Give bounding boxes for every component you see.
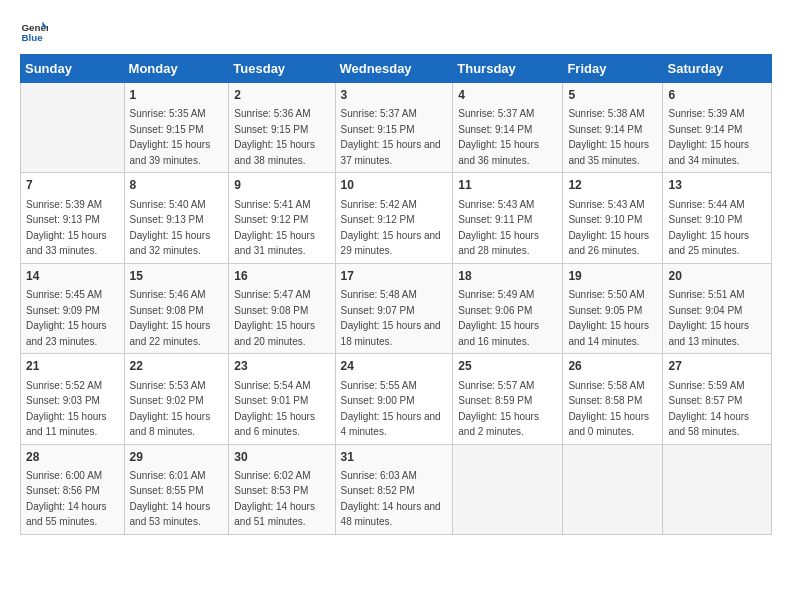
- calendar-cell: 17 Sunrise: 5:48 AM Sunset: 9:07 PM Dayl…: [335, 263, 453, 353]
- day-sunset: Sunset: 9:00 PM: [341, 395, 415, 406]
- day-sunset: Sunset: 9:03 PM: [26, 395, 100, 406]
- day-sunset: Sunset: 9:08 PM: [130, 305, 204, 316]
- day-sunrise: Sunrise: 5:40 AM: [130, 199, 206, 210]
- calendar-cell: 13 Sunrise: 5:44 AM Sunset: 9:10 PM Dayl…: [663, 173, 772, 263]
- day-daylight: Daylight: 15 hours and 38 minutes.: [234, 139, 315, 166]
- day-sunrise: Sunrise: 6:00 AM: [26, 470, 102, 481]
- day-sunset: Sunset: 8:55 PM: [130, 485, 204, 496]
- day-sunrise: Sunrise: 5:38 AM: [568, 108, 644, 119]
- day-daylight: Daylight: 15 hours and 39 minutes.: [130, 139, 211, 166]
- day-sunset: Sunset: 9:02 PM: [130, 395, 204, 406]
- day-sunrise: Sunrise: 5:59 AM: [668, 380, 744, 391]
- day-daylight: Daylight: 14 hours and 55 minutes.: [26, 501, 107, 528]
- day-number: 10: [341, 177, 448, 194]
- header-day-tuesday: Tuesday: [229, 55, 335, 83]
- calendar-cell: 6 Sunrise: 5:39 AM Sunset: 9:14 PM Dayli…: [663, 83, 772, 173]
- calendar-week-4: 21 Sunrise: 5:52 AM Sunset: 9:03 PM Dayl…: [21, 354, 772, 444]
- day-sunrise: Sunrise: 5:52 AM: [26, 380, 102, 391]
- day-daylight: Daylight: 15 hours and 4 minutes.: [341, 411, 441, 438]
- logo-icon: General Blue: [20, 16, 48, 44]
- calendar-cell: 9 Sunrise: 5:41 AM Sunset: 9:12 PM Dayli…: [229, 173, 335, 263]
- day-daylight: Daylight: 15 hours and 6 minutes.: [234, 411, 315, 438]
- day-number: 30: [234, 449, 329, 466]
- day-daylight: Daylight: 15 hours and 16 minutes.: [458, 320, 539, 347]
- header-day-monday: Monday: [124, 55, 229, 83]
- day-sunset: Sunset: 8:58 PM: [568, 395, 642, 406]
- day-daylight: Daylight: 15 hours and 23 minutes.: [26, 320, 107, 347]
- day-sunrise: Sunrise: 5:58 AM: [568, 380, 644, 391]
- day-sunset: Sunset: 9:14 PM: [568, 124, 642, 135]
- day-sunset: Sunset: 9:09 PM: [26, 305, 100, 316]
- day-sunset: Sunset: 8:53 PM: [234, 485, 308, 496]
- day-sunset: Sunset: 9:11 PM: [458, 214, 532, 225]
- day-number: 27: [668, 358, 766, 375]
- day-sunrise: Sunrise: 5:37 AM: [341, 108, 417, 119]
- day-sunset: Sunset: 9:12 PM: [234, 214, 308, 225]
- day-sunrise: Sunrise: 5:54 AM: [234, 380, 310, 391]
- calendar-cell: 18 Sunrise: 5:49 AM Sunset: 9:06 PM Dayl…: [453, 263, 563, 353]
- day-sunset: Sunset: 9:10 PM: [568, 214, 642, 225]
- calendar-cell: 21 Sunrise: 5:52 AM Sunset: 9:03 PM Dayl…: [21, 354, 125, 444]
- day-daylight: Daylight: 15 hours and 37 minutes.: [341, 139, 441, 166]
- day-sunset: Sunset: 8:59 PM: [458, 395, 532, 406]
- calendar-cell: 7 Sunrise: 5:39 AM Sunset: 9:13 PM Dayli…: [21, 173, 125, 263]
- day-sunrise: Sunrise: 5:45 AM: [26, 289, 102, 300]
- day-sunset: Sunset: 9:05 PM: [568, 305, 642, 316]
- day-sunrise: Sunrise: 5:55 AM: [341, 380, 417, 391]
- day-daylight: Daylight: 15 hours and 32 minutes.: [130, 230, 211, 257]
- day-daylight: Daylight: 15 hours and 14 minutes.: [568, 320, 649, 347]
- day-sunrise: Sunrise: 5:43 AM: [458, 199, 534, 210]
- day-daylight: Daylight: 15 hours and 31 minutes.: [234, 230, 315, 257]
- calendar-cell: 4 Sunrise: 5:37 AM Sunset: 9:14 PM Dayli…: [453, 83, 563, 173]
- day-daylight: Daylight: 15 hours and 13 minutes.: [668, 320, 749, 347]
- calendar-cell: 23 Sunrise: 5:54 AM Sunset: 9:01 PM Dayl…: [229, 354, 335, 444]
- day-daylight: Daylight: 15 hours and 34 minutes.: [668, 139, 749, 166]
- day-sunrise: Sunrise: 5:41 AM: [234, 199, 310, 210]
- calendar-cell: [663, 444, 772, 534]
- day-sunrise: Sunrise: 5:51 AM: [668, 289, 744, 300]
- header-day-wednesday: Wednesday: [335, 55, 453, 83]
- calendar-cell: 11 Sunrise: 5:43 AM Sunset: 9:11 PM Dayl…: [453, 173, 563, 263]
- day-sunrise: Sunrise: 5:57 AM: [458, 380, 534, 391]
- day-sunrise: Sunrise: 5:43 AM: [568, 199, 644, 210]
- day-sunset: Sunset: 9:12 PM: [341, 214, 415, 225]
- day-number: 3: [341, 87, 448, 104]
- day-sunset: Sunset: 8:56 PM: [26, 485, 100, 496]
- day-daylight: Daylight: 15 hours and 8 minutes.: [130, 411, 211, 438]
- day-number: 16: [234, 268, 329, 285]
- header-day-saturday: Saturday: [663, 55, 772, 83]
- day-number: 12: [568, 177, 657, 194]
- calendar-cell: 25 Sunrise: 5:57 AM Sunset: 8:59 PM Dayl…: [453, 354, 563, 444]
- calendar-cell: [563, 444, 663, 534]
- day-sunrise: Sunrise: 5:37 AM: [458, 108, 534, 119]
- day-sunrise: Sunrise: 5:53 AM: [130, 380, 206, 391]
- day-number: 19: [568, 268, 657, 285]
- logo: General Blue: [20, 16, 48, 44]
- day-number: 22: [130, 358, 224, 375]
- day-number: 18: [458, 268, 557, 285]
- day-number: 8: [130, 177, 224, 194]
- day-sunset: Sunset: 9:13 PM: [130, 214, 204, 225]
- calendar-cell: [453, 444, 563, 534]
- day-sunrise: Sunrise: 5:44 AM: [668, 199, 744, 210]
- day-number: 7: [26, 177, 119, 194]
- day-number: 15: [130, 268, 224, 285]
- day-daylight: Daylight: 14 hours and 53 minutes.: [130, 501, 211, 528]
- day-sunrise: Sunrise: 5:46 AM: [130, 289, 206, 300]
- day-number: 6: [668, 87, 766, 104]
- day-sunset: Sunset: 9:14 PM: [668, 124, 742, 135]
- day-daylight: Daylight: 15 hours and 26 minutes.: [568, 230, 649, 257]
- day-daylight: Daylight: 15 hours and 35 minutes.: [568, 139, 649, 166]
- header-day-sunday: Sunday: [21, 55, 125, 83]
- day-daylight: Daylight: 15 hours and 0 minutes.: [568, 411, 649, 438]
- day-number: 1: [130, 87, 224, 104]
- day-number: 17: [341, 268, 448, 285]
- calendar-header-row: SundayMondayTuesdayWednesdayThursdayFrid…: [21, 55, 772, 83]
- day-daylight: Daylight: 15 hours and 36 minutes.: [458, 139, 539, 166]
- day-daylight: Daylight: 14 hours and 48 minutes.: [341, 501, 441, 528]
- day-number: 9: [234, 177, 329, 194]
- day-number: 20: [668, 268, 766, 285]
- day-sunset: Sunset: 9:10 PM: [668, 214, 742, 225]
- calendar-cell: 27 Sunrise: 5:59 AM Sunset: 8:57 PM Dayl…: [663, 354, 772, 444]
- day-sunrise: Sunrise: 5:48 AM: [341, 289, 417, 300]
